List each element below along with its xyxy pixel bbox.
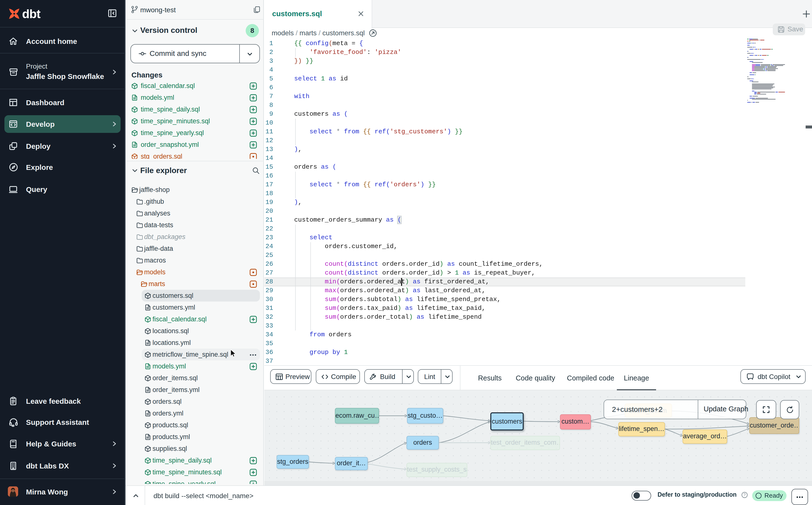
svg-text:?: ? (744, 493, 746, 497)
